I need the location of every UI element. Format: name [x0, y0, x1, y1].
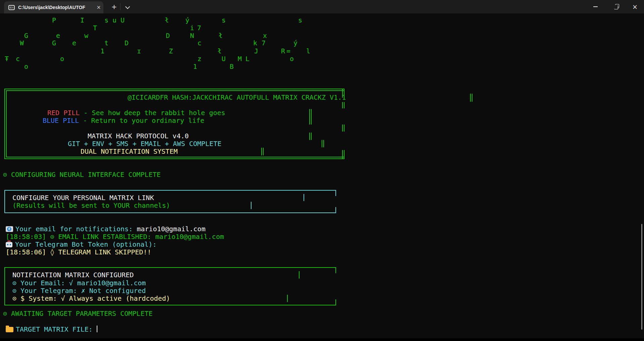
rain-char: U: [222, 55, 226, 62]
stack-line-text: GIT + ENV + SMS + EMAIL + AWS COMPLETE: [68, 140, 222, 148]
restore-icon: [614, 5, 618, 9]
close-icon: ×: [632, 4, 638, 10]
border-artifact: [470, 94, 472, 102]
terminal-screen[interactable]: PIsuUłýssTi7GewDNłxWGetDck7ý1ɪZłJR=lŦcoz…: [0, 0, 644, 341]
target-file-prompt: TARGET MATRIX FILE:: [6, 325, 97, 333]
rain-char: o: [290, 55, 294, 62]
banner-title-text: @ICICARDFR HASH:JACKCHIRAC AUTOFULL MATR…: [128, 93, 346, 101]
border-artifact: [287, 295, 288, 302]
stack-line: GIT + ENV + SMS + EMAIL + AWS COMPLETE: [68, 140, 222, 148]
notification-system: ⊙ $ System: √ Always active (hardcoded): [12, 294, 170, 302]
email-prompt-text: Your email for notifications:: [15, 225, 137, 233]
red-pill-line-text: - See how deep the rabbit hole goes: [80, 109, 225, 117]
blue-pill-line-text: - Return to your ordinary life: [79, 116, 204, 125]
rain-char: R: [281, 47, 285, 55]
rain-char: W: [20, 39, 24, 47]
rain-char: z: [197, 55, 201, 62]
email-prompt: Your email for notifications: mario10@gm…: [6, 225, 205, 233]
rain-char: G: [24, 32, 28, 39]
dual-notification-line: DUAL NOTIFICATION SYSTEM: [81, 147, 178, 155]
rain-char: ɪ: [137, 47, 141, 55]
rain-char: D: [125, 39, 129, 47]
rain-char: G: [52, 39, 56, 47]
border-artifact: [322, 140, 324, 147]
rain-char: x: [263, 32, 267, 39]
protocol-line: MATRIX HACK PROTOCOL v4.0: [88, 132, 189, 140]
rain-char: 7: [262, 39, 266, 47]
rain-char: i: [190, 24, 194, 32]
tab-title: C:\Users\jack\Desktop\AUTOF: [18, 5, 89, 10]
red-pill-line: RED PILL - See how deep the rabbit hole …: [47, 109, 225, 117]
terminal-window: C:\ C:\Users\jack\Desktop\AUTOF × + × PI…: [0, 0, 644, 341]
rain-char: I: [80, 16, 84, 24]
terminal-tab[interactable]: C:\ C:\Users\jack\Desktop\AUTOF ×: [4, 1, 103, 13]
banner-box-right-bottom-stub: [342, 150, 344, 159]
notification-telegram-text: ⊙ Your Telegram: ✗ Not configured: [12, 287, 146, 295]
configure-box-right-bottom-stub: [335, 207, 336, 213]
border-artifact: [304, 194, 304, 201]
maximize-button[interactable]: [606, 0, 625, 13]
email-established-text: [18:58:03] ⊙ EMAIL LINK ESTABLISHED: mar…: [6, 233, 224, 241]
border-artifact: [299, 271, 300, 279]
rain-char: ł: [218, 47, 222, 55]
rain-char: e: [56, 32, 60, 39]
notification-box-right-top-stub: [335, 267, 336, 273]
rain-char: ł: [165, 16, 169, 24]
border-artifact: [342, 125, 344, 132]
rain-char: M: [238, 55, 242, 62]
rain-char: N: [190, 32, 194, 39]
rain-char: ý: [293, 39, 297, 47]
tab-close-icon[interactable]: ×: [95, 4, 102, 11]
notification-title-text: NOTIFICATION MATRIX CONFIGURED: [12, 271, 134, 279]
notification-email: ⊙ Your Email: √ mario10@gmail.com: [12, 279, 146, 287]
cmd-icon: C:\: [8, 5, 15, 10]
blue-pill-line: BLUE PILL - Return to your ordinary life: [43, 116, 204, 125]
notification-title: NOTIFICATION MATRIX CONFIGURED: [12, 271, 134, 279]
rain-char: u: [112, 16, 117, 24]
rain-char: B: [230, 63, 234, 70]
rain-char: P: [52, 16, 56, 24]
configure-title: CONFIGURE YOUR PERSONAL MATRIX LINK: [12, 194, 154, 202]
neural-interface-status: ⊙ CONFIGURING NEURAL INTERFACE COMPLETE: [3, 170, 161, 179]
telegram-prompt: Your Telegram Bot Token (optional):: [6, 240, 156, 248]
rain-char: s: [104, 16, 108, 24]
window-bottom-edge: [0, 338, 644, 341]
rain-char: 1: [100, 47, 104, 55]
rain-char: s: [298, 16, 302, 24]
rain-char: 1: [193, 63, 197, 70]
minimize-icon: [593, 6, 598, 7]
dual-notification-line-text: DUAL NOTIFICATION SYSTEM: [81, 147, 178, 155]
new-tab-button[interactable]: +: [109, 2, 119, 11]
scrollbar-thumb[interactable]: [641, 224, 642, 330]
tab-dropdown-button[interactable]: [123, 2, 132, 11]
robot-icon: [6, 242, 12, 247]
minimize-button[interactable]: [586, 0, 605, 13]
rain-char: Z: [169, 47, 173, 55]
target-file-prompt-text: TARGET MATRIX FILE:: [16, 325, 97, 333]
telegram-skipped: [18:58:06] ◊ TELEGRAM LINK SKIPPED!!: [6, 248, 151, 256]
titlebar: C:\ C:\Users\jack\Desktop\AUTOF × + ×: [0, 0, 644, 13]
rain-char: =: [286, 47, 290, 55]
protocol-line-text: MATRIX HACK PROTOCOL v4.0: [88, 132, 189, 140]
neural-interface-status-text: ⊙ CONFIGURING NEURAL INTERFACE COMPLETE: [3, 170, 161, 179]
rain-char: 7: [197, 24, 201, 32]
rain-char: U: [121, 16, 125, 24]
rain-char: s: [222, 16, 226, 24]
red-pill-line-text: RED PILL: [47, 109, 80, 117]
border-artifact: [251, 202, 251, 209]
chevron-down-icon: [125, 4, 130, 9]
configure-box-right-top-stub: [335, 190, 336, 196]
tab-separator: [120, 3, 121, 10]
rain-char: c: [16, 55, 20, 62]
rain-char: e: [72, 39, 76, 47]
notification-box-right-bottom-stub: [335, 299, 336, 305]
rain-char: l: [306, 47, 310, 55]
email-icon: [6, 226, 13, 232]
border-artifact: [261, 148, 264, 155]
rain-char: w: [84, 32, 88, 39]
email-established: [18:58:03] ⊙ EMAIL LINK ESTABLISHED: mar…: [6, 233, 224, 241]
rain-char: ý: [185, 16, 189, 24]
rain-char: L: [245, 55, 249, 62]
close-button[interactable]: ×: [625, 0, 644, 13]
border-artifact: [309, 133, 312, 140]
